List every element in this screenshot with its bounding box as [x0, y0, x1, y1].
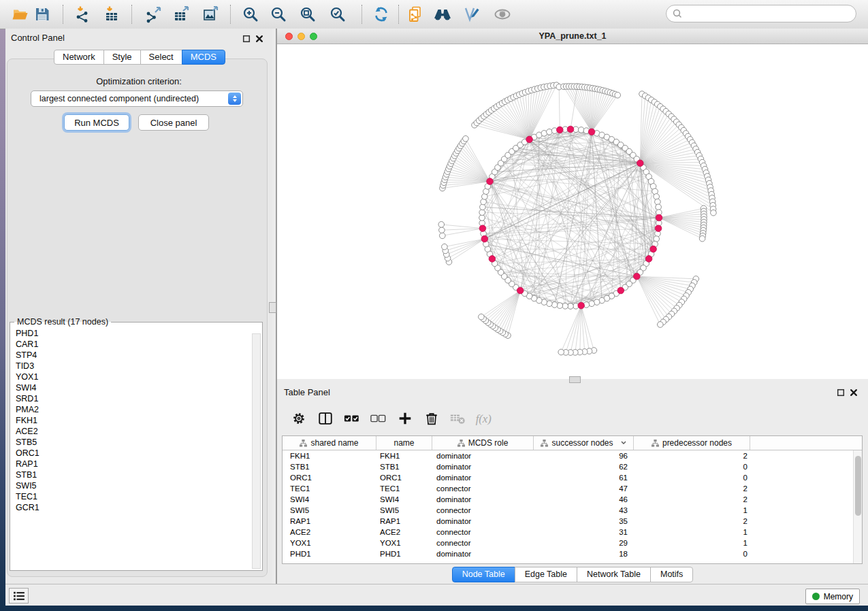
network-node[interactable] [558, 349, 564, 355]
mcds-result-item[interactable]: SWI5 [16, 480, 251, 491]
mcds-dominator-node[interactable] [567, 126, 574, 133]
export-network-button[interactable] [142, 3, 165, 26]
close-panel-icon[interactable] [255, 35, 263, 43]
table-row[interactable]: SWI4SWI4dominator462 [283, 494, 853, 505]
float-panel-icon[interactable] [837, 389, 845, 397]
table-row[interactable]: RAP1RAP1dominator352 [283, 516, 853, 527]
network-node[interactable] [481, 199, 487, 205]
network-node[interactable] [479, 314, 485, 320]
column-header-predecessor-nodes[interactable]: predecessor nodes [634, 436, 750, 450]
mcds-result-item[interactable]: SWI4 [16, 382, 251, 393]
network-node[interactable] [562, 303, 568, 310]
mcds-result-item[interactable]: STB5 [16, 437, 251, 448]
export-image-button[interactable] [199, 3, 223, 26]
mcds-result-item[interactable]: STB1 [16, 469, 251, 480]
network-node[interactable] [438, 222, 445, 228]
column-header-name[interactable]: name [376, 436, 432, 450]
network-node[interactable] [654, 194, 660, 200]
zoom-in-button[interactable] [239, 3, 262, 26]
toggle-panes-button[interactable] [315, 408, 336, 429]
mcds-result-item[interactable]: PMA2 [16, 404, 251, 415]
table-row[interactable]: YOX1YOX1connector291 [283, 538, 853, 548]
network-node[interactable] [547, 129, 553, 135]
network-node[interactable] [442, 244, 448, 250]
mcds-dominator-node[interactable] [650, 246, 657, 252]
network-node[interactable] [655, 199, 661, 205]
network-canvas[interactable] [277, 44, 868, 379]
toggle-details-button[interactable] [491, 3, 514, 26]
close-panel-button[interactable]: Close panel [138, 114, 209, 131]
network-node[interactable] [656, 204, 662, 210]
table-scrollbar[interactable] [853, 450, 862, 563]
optimization-criterion-select[interactable]: largest connected component (undirected) [31, 90, 243, 107]
table-row[interactable]: TEC1TEC1connector472 [283, 483, 853, 494]
table-settings-button[interactable] [289, 408, 309, 429]
result-scrollbar[interactable] [252, 333, 261, 569]
mcds-dominator-node[interactable] [655, 225, 662, 232]
tab-network[interactable]: Network [54, 50, 104, 65]
network-node[interactable] [578, 127, 584, 133]
tab-edge-table[interactable]: Edge Table [515, 567, 577, 582]
horizontal-splitter-handle[interactable] [569, 376, 581, 383]
table-row[interactable]: PHD1PHD1dominator180 [283, 548, 853, 559]
network-node[interactable] [479, 210, 485, 216]
table-row[interactable]: ORC1ORC1dominator610 [283, 472, 853, 483]
tab-network-table[interactable]: Network Table [577, 567, 651, 582]
tab-style[interactable]: Style [103, 50, 141, 65]
mcds-dominator-node[interactable] [578, 302, 585, 309]
run-mcds-button[interactable]: Run MCDS [64, 114, 129, 131]
mcds-result-item[interactable]: ACE2 [16, 426, 251, 437]
network-node[interactable] [480, 204, 486, 210]
table-row[interactable]: STB1STB1dominator620 [283, 461, 853, 472]
zoom-selected-button[interactable] [326, 3, 349, 26]
mcds-result-item[interactable]: SRD1 [16, 393, 251, 404]
network-node[interactable] [658, 322, 664, 328]
mcds-dominator-node[interactable] [637, 160, 644, 167]
network-node[interactable] [439, 227, 445, 233]
memory-button[interactable]: Memory [805, 589, 860, 604]
mcds-dominator-node[interactable] [481, 235, 488, 242]
network-graph[interactable] [277, 44, 868, 379]
open-session-button[interactable] [9, 3, 32, 26]
network-node[interactable] [699, 235, 705, 242]
clone-network-button[interactable] [404, 3, 427, 26]
mcds-dominator-node[interactable] [487, 178, 494, 185]
mcds-dominator-node[interactable] [617, 287, 624, 294]
column-header-shared-name[interactable]: shared name [283, 436, 376, 450]
mcds-result-item[interactable]: ORC1 [16, 448, 251, 459]
mcds-dominator-node[interactable] [645, 256, 652, 263]
delete-columns-button[interactable] [421, 408, 442, 429]
deselect-all-button[interactable] [368, 408, 389, 429]
network-window-titlebar[interactable]: YPA_prune.txt_1 [277, 29, 868, 44]
tab-motifs[interactable]: Motifs [650, 567, 693, 582]
zoom-fit-button[interactable] [296, 3, 319, 26]
select-all-button[interactable] [342, 408, 362, 429]
refresh-view-button[interactable] [370, 3, 393, 26]
mcds-result-item[interactable]: TID3 [16, 361, 251, 371]
tab-select[interactable]: Select [140, 50, 182, 65]
mcds-result-item[interactable]: GCR1 [16, 502, 251, 513]
export-table-button[interactable] [170, 3, 193, 26]
import-table-button[interactable] [100, 3, 123, 26]
search-network-button[interactable] [431, 3, 454, 26]
save-session-button[interactable] [31, 3, 54, 26]
mcds-dominator-node[interactable] [656, 214, 662, 221]
mcds-result-item[interactable]: YOX1 [16, 371, 251, 382]
delete-table-button[interactable] [448, 408, 468, 429]
tab-mcds[interactable]: MCDS [182, 50, 225, 65]
mcds-dominator-node[interactable] [517, 287, 524, 294]
table-row[interactable]: SWI5SWI5connector431 [283, 505, 853, 516]
vizmapper-button[interactable] [460, 3, 483, 26]
column-header-successor-nodes[interactable]: successor nodes [534, 436, 634, 450]
zoom-out-button[interactable] [267, 3, 290, 26]
mcds-dominator-node[interactable] [526, 136, 533, 143]
mcds-result-item[interactable]: TEC1 [16, 491, 251, 502]
mcds-result-item[interactable]: PHD1 [16, 328, 251, 339]
vertical-splitter-handle[interactable] [269, 302, 276, 313]
mcds-dominator-node[interactable] [479, 225, 486, 232]
mcds-dominator-node[interactable] [489, 256, 496, 263]
network-node[interactable] [711, 210, 717, 216]
task-history-button[interactable] [9, 588, 29, 604]
mcds-result-item[interactable]: FKH1 [16, 415, 251, 426]
close-panel-icon[interactable] [850, 389, 858, 397]
